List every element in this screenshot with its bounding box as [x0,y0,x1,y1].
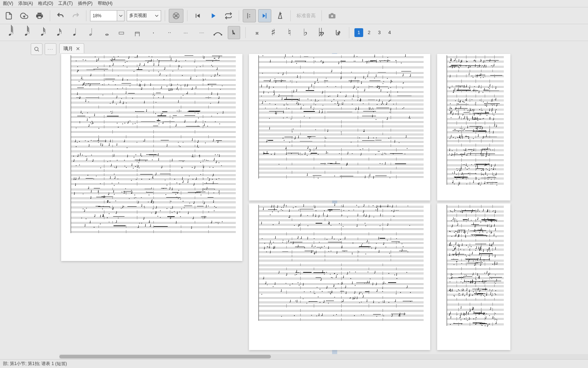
play-button[interactable] [206,9,220,22]
svg-point-13 [221,34,222,36]
svg-point-2 [174,14,175,15]
mixer-button[interactable] [169,9,183,23]
voice-4[interactable]: 4 [385,28,394,37]
dot-4[interactable]: ···· [196,26,208,39]
redo-button[interactable] [69,9,82,22]
voice-2[interactable]: 2 [365,28,373,37]
document-tab-bar: 璃月 ✕ [59,43,84,54]
view-mode-label: 多页视图 [129,12,147,19]
score-page-4[interactable] [437,54,510,200]
cloud-upload-button[interactable] [18,9,31,22]
note-quarter[interactable]: 𝅘𝅥 [67,26,79,39]
print-button[interactable] [33,9,46,22]
svg-point-4 [174,16,175,17]
document-tab[interactable]: 璃月 ✕ [59,43,84,54]
menu-format[interactable]: 格式(O) [36,0,55,7]
note-16th[interactable]: 𝅘𝅥𝅰 [34,26,47,39]
menu-view[interactable]: 图(V) [1,0,15,7]
menu-add[interactable]: 添加(A) [16,0,35,7]
status-text: 部; 第1小节; 第1拍; 谱表 1 (短笛) [3,361,67,367]
voice-3[interactable]: 3 [375,28,384,37]
svg-point-12 [213,34,215,36]
horizontal-scrollbar[interactable] [59,354,588,359]
svg-point-14 [35,47,38,51]
tab-close-button[interactable]: ✕ [76,46,80,52]
score-page-3[interactable] [249,203,430,350]
flip-button[interactable] [331,26,344,39]
menu-bar: 图(V) 添加(A) 格式(O) 工具(T) 插件(P) 帮助(H) [0,0,588,7]
menu-plugins[interactable]: 插件(P) [76,0,95,7]
dot-1[interactable]: · [147,26,160,39]
flat-button[interactable]: ♭ [299,26,312,39]
dot-3[interactable]: ··· [179,26,192,39]
metronome-button[interactable] [273,9,287,22]
rewind-button[interactable] [191,9,204,22]
svg-point-1 [175,15,177,17]
zoom-value: 18% [93,13,101,18]
natural-button[interactable]: ♮ [283,26,295,39]
loop-button[interactable] [222,9,235,22]
palette-search-button[interactable] [31,43,42,55]
repeat-right-button[interactable] [258,9,271,22]
svg-point-11 [331,15,333,17]
svg-point-5 [178,16,178,17]
svg-rect-9 [266,13,267,18]
score-canvas[interactable] [59,53,588,357]
undo-button[interactable] [54,9,67,22]
concert-pitch-label[interactable]: 标准音高 [297,12,316,19]
menu-help[interactable]: 帮助(H) [96,0,115,7]
svg-point-3 [178,14,178,15]
note-64th[interactable]: 𝅘𝅥𝅲 [2,26,15,39]
score-page-1[interactable] [61,54,242,261]
note-input-toolbar: 𝅘𝅥𝅲 𝅘𝅥𝅱 𝅘𝅥𝅰 𝅘𝅥𝅯 𝅘𝅥 𝅗𝅥 𝅝 ▭ ╒╕ · ·· ··· ··… [0,24,588,41]
rest-button[interactable] [228,26,240,39]
camera-button[interactable] [325,9,339,22]
double-flat-button[interactable]: 𝄫 [315,26,328,39]
note-whole[interactable]: 𝅝 [99,26,111,39]
palette-toolbar: ··· [0,42,59,56]
tie-button[interactable] [212,26,224,39]
view-mode-select[interactable]: 多页视图 [127,10,161,21]
menu-tools[interactable]: 工具(T) [56,0,75,7]
zoom-dropdown[interactable] [117,10,124,21]
svg-line-15 [38,50,39,51]
voice-selector: 1 2 3 4 [354,28,394,37]
note-longa[interactable]: ╒╕ [131,26,144,39]
new-file-button[interactable] [2,9,15,22]
note-8th[interactable]: 𝅘𝅥𝅯 [51,26,63,39]
note-half[interactable]: 𝅗𝅥 [83,26,95,39]
svg-rect-6 [248,13,248,18]
scrollbar-thumb[interactable] [59,355,271,358]
score-page-5[interactable] [437,203,510,350]
svg-point-8 [249,16,250,17]
double-sharp-button[interactable]: 𝄪 [251,26,263,39]
palette-menu-button[interactable]: ··· [45,43,56,55]
score-page-2[interactable] [249,54,430,200]
svg-point-7 [249,14,250,15]
note-32nd[interactable]: 𝅘𝅥𝅱 [18,26,31,39]
tab-title: 璃月 [63,45,73,52]
sharp-button[interactable]: ♯ [267,26,279,39]
voice-1[interactable]: 1 [354,28,363,37]
dot-2[interactable]: ·· [163,26,176,39]
repeat-left-button[interactable] [243,9,256,22]
zoom-input[interactable]: 18% [90,10,117,21]
note-breve[interactable]: ▭ [115,26,127,39]
status-bar: 部; 第1小节; 第1拍; 谱表 1 (短笛) [0,359,588,368]
main-toolbar: 18% 多页视图 标准音高 [0,7,588,24]
